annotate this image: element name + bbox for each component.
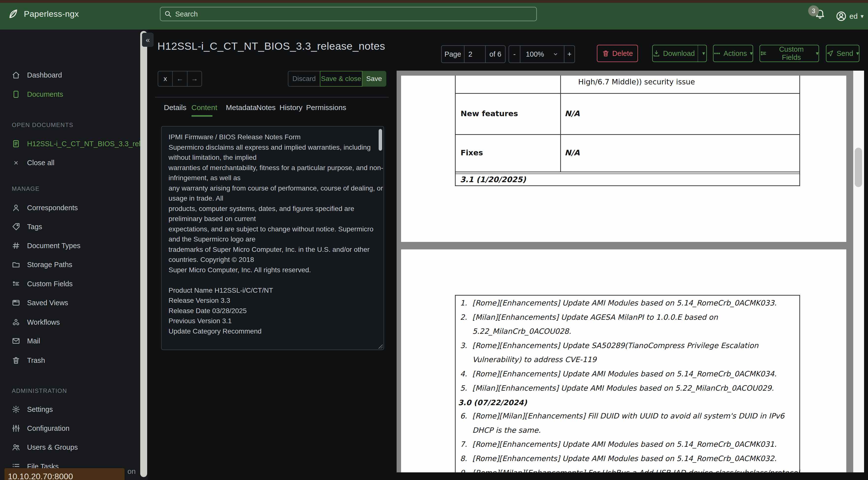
content-textarea[interactable]: IPMI Firmware / BIOS Release Notes Form … [161,126,384,350]
download-main[interactable]: Download [653,45,695,62]
close-icon: × [12,158,20,168]
sidebar-item-trash[interactable]: Trash [0,353,138,367]
custom-fields-button[interactable]: Custom Fields ▾ [760,45,819,62]
user-menu[interactable]: ed ▾ [836,11,864,22]
search-icon [164,10,172,18]
sidebar-item-correspondents[interactable]: Correspondents [0,201,138,215]
active-tab-indicator [191,115,213,117]
save-button[interactable]: Save [363,71,386,87]
sidebar-section-manage: MANAGE [12,185,40,193]
sidebar-item-settings[interactable]: Settings [0,402,138,417]
window-top-strip [0,0,868,3]
sidebar-item-document-types[interactable]: Document Types [0,239,138,253]
release-note-item: [Rome][Milan][Enhancements] For UsbBus-a… [472,469,800,473]
content-text: IPMI Firmware / BIOS Release Notes Form … [168,132,374,336]
pdf-viewer: High/6.7 Middle)) security issue New fea… [397,71,853,472]
zoom-out-button[interactable]: - [509,46,520,62]
send-icon [827,50,834,57]
chevron-down-icon [553,51,558,57]
saved-views-icon [12,299,20,307]
sidebar-item-custom-fields[interactable]: Custom Fields [0,277,138,291]
release-note-item: [Rome][Enhancements] Update AMI Modules … [472,299,777,307]
table-border [455,172,800,172]
release-note-item: [Rome][Milan][Enhancements] Fill DUID wi… [472,412,784,420]
person-icon [12,204,20,212]
sidebar-scrollbar[interactable] [140,31,147,477]
discard-button[interactable]: Discard [288,71,320,87]
table-border [455,174,800,174]
textarea-scrollbar[interactable] [379,129,382,151]
sidebar-item-tags[interactable]: Tags [0,219,138,234]
delete-button[interactable]: Delete [597,45,638,62]
brand[interactable]: Paperless-ngx [8,8,79,19]
release-note-item: DHCP is the same. [472,426,541,434]
brand-title: Paperless-ngx [24,9,79,19]
table-border [799,76,800,186]
tab-metadata[interactable]: Metadata [226,103,257,113]
pdf-scrollbar-track[interactable] [853,71,864,472]
sidebar-item-workflows[interactable]: Workflows [0,315,138,329]
table-border [455,134,800,135]
download-dropdown-toggle[interactable]: ▾ [701,45,706,62]
send-button[interactable]: Send ▾ [826,45,859,62]
notifications-button[interactable]: 3 [815,9,828,24]
pdf-page-2: 1.[Rome][Enhancements] Update AMI Module… [401,249,846,472]
sidebar-close-all[interactable]: × Close all [0,156,138,170]
notification-count-badge: 3 [808,5,819,16]
sidebar-item-dashboard[interactable]: Dashboard [0,68,138,82]
previous-document-button[interactable]: ← [172,71,187,86]
sidebar-item-configuration[interactable]: Configuration [0,421,138,436]
release-note-item: [Rome][Enhancements] Update SA50289(Tian… [472,341,758,350]
table-row-value: N/A [565,148,580,157]
tab-history[interactable]: History [279,103,302,113]
chevron-down-icon: ▾ [856,50,859,57]
release-note-item: [Milan][Enhancements] Update AGESA Milan… [472,313,718,322]
dots-icon [713,50,721,57]
chevron-down-icon: ▾ [816,50,818,57]
sidebar-item-documentation-label-partial: on [127,467,135,476]
sidebar-item-mail[interactable]: Mail [0,334,138,348]
tab-notes[interactable]: Notes [256,103,276,113]
sidebar-section-administration: ADMINISTRATION [12,387,67,395]
next-document-button[interactable]: → [187,71,202,86]
close-document-button[interactable]: x [158,71,172,86]
release-version-heading: 3.0 (07/22/2024) [458,398,527,407]
search-placeholder: Search [175,10,198,18]
pdf-scrollbar-thumb[interactable] [855,148,862,187]
tab-content[interactable]: Content [191,103,217,113]
table-footer-row: 3.1 (1/20/2025) [460,175,526,184]
search-input[interactable]: Search [160,7,537,21]
home-icon [12,71,20,79]
list-border [455,295,800,296]
workflows-icon [12,318,20,326]
tab-permissions[interactable]: Permissions [306,103,346,113]
actions-button[interactable]: Actions ▾ [713,45,753,62]
tag-icon [12,222,20,231]
table-row-value: N/A [565,109,580,118]
document-icon [12,140,20,148]
page-number-input[interactable]: 2 [464,46,485,62]
topbar: Paperless-ngx Search 3 ed ▾ [0,3,868,30]
avatar-icon [836,11,846,22]
release-note-item: [Rome][Enhancements] Update AMI Modules … [472,454,777,463]
sidebar-open-document-h12ssl[interactable]: H12SSL-i_C_CT_NT_BIOS_3.3_rel... [0,137,138,151]
zoom-in-button[interactable]: + [564,46,575,62]
sidebar-section-open-documents: OPEN DOCUMENTS [12,122,73,129]
zoom-level-select[interactable]: 100% [520,46,564,62]
sidebar-item-saved-views[interactable]: Saved Views [0,296,138,310]
tab-details[interactable]: Details [164,103,186,113]
custom-fields-icon [12,280,20,288]
download-icon [653,50,660,57]
sidebar-item-storage-paths[interactable]: Storage Paths [0,258,138,272]
download-button[interactable]: Download ▾ [652,45,707,62]
link-status-tooltip: 10.10.20.70:8000 [4,468,124,480]
sidebar-collapse-button[interactable]: « [142,33,154,47]
table-border [560,76,561,172]
hash-icon [12,241,20,250]
toolbar-divider [155,97,389,97]
trash-icon [602,50,610,57]
textarea-resize-handle[interactable] [378,343,382,349]
sidebar-item-users-groups[interactable]: Users & Groups [0,440,138,454]
sidebar-item-documents[interactable]: Documents [0,87,138,101]
save-and-close-button[interactable]: Save & close [320,71,363,87]
